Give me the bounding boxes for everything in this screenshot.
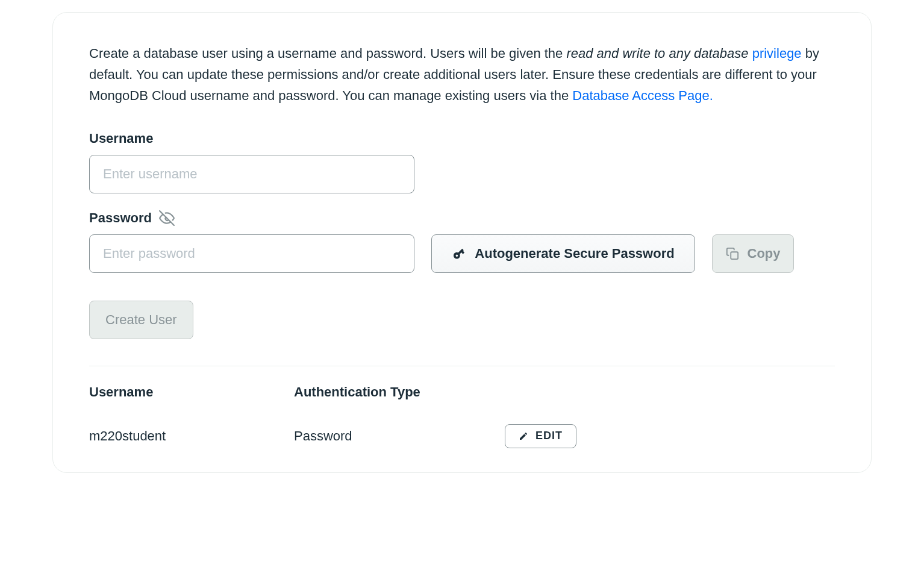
row-username: m220student (89, 428, 294, 444)
intro-italic: read and write to any database (566, 46, 748, 61)
username-label: Username (89, 131, 835, 146)
create-user-label: Create User (105, 312, 177, 328)
autogenerate-label: Autogenerate Secure Password (475, 246, 674, 261)
key-icon (452, 246, 466, 261)
header-auth-type: Authentication Type (294, 384, 505, 400)
divider (89, 366, 835, 366)
pencil-icon (519, 431, 528, 441)
password-field-group: Password Autogenerate Secure Password (89, 210, 835, 273)
table-row: m220student Password EDIT (89, 424, 835, 448)
database-access-link[interactable]: Database Access Page. (572, 88, 713, 103)
intro-text-1: Create a database user using a username … (89, 46, 566, 61)
edit-label: EDIT (535, 430, 563, 442)
users-table-header: Username Authentication Type (89, 384, 835, 400)
autogenerate-button[interactable]: Autogenerate Secure Password (431, 234, 695, 273)
create-user-button[interactable]: Create User (89, 301, 193, 339)
eye-off-icon[interactable] (159, 210, 175, 226)
row-auth-type: Password (294, 428, 505, 444)
password-input[interactable] (89, 234, 414, 273)
create-user-card: Create a database user using a username … (52, 12, 872, 473)
edit-button[interactable]: EDIT (505, 424, 576, 448)
username-field-group: Username (89, 131, 835, 193)
copy-icon (726, 247, 739, 260)
password-label: Password (89, 210, 152, 226)
svg-rect-0 (731, 252, 738, 259)
copy-button[interactable]: Copy (712, 234, 794, 273)
username-input[interactable] (89, 155, 414, 193)
header-username: Username (89, 384, 294, 400)
intro-text: Create a database user using a username … (89, 43, 835, 107)
privilege-link[interactable]: privilege (752, 46, 802, 61)
copy-label: Copy (748, 246, 781, 261)
